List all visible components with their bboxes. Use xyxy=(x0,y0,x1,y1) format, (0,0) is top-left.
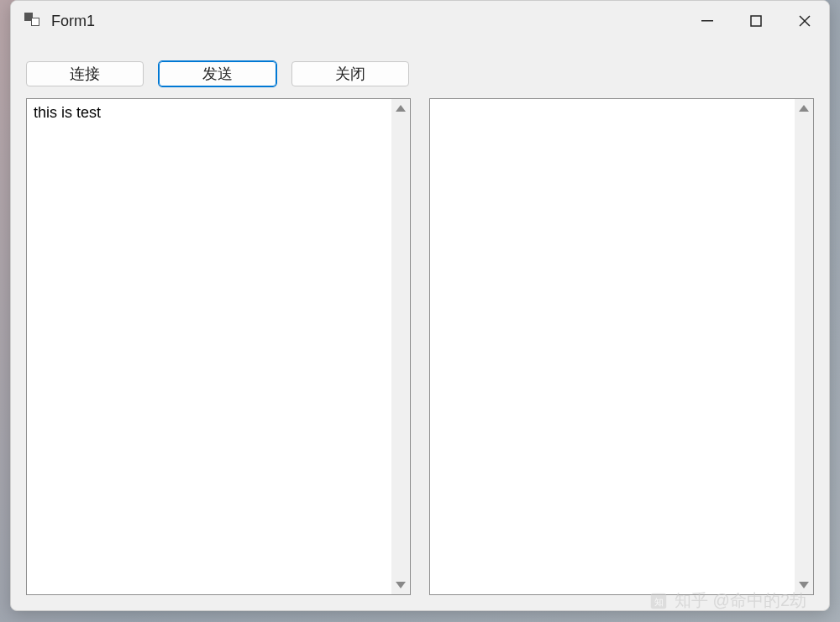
svg-rect-0 xyxy=(701,20,713,22)
scroll-down-icon[interactable] xyxy=(795,576,813,594)
close-button[interactable]: 关闭 xyxy=(291,61,409,86)
svg-marker-5 xyxy=(396,582,406,588)
close-window-button[interactable] xyxy=(780,1,829,41)
svg-marker-7 xyxy=(799,582,809,588)
svg-rect-1 xyxy=(751,16,761,26)
right-textbox-container xyxy=(429,98,814,595)
right-scrollbar[interactable] xyxy=(795,99,813,594)
scroll-down-icon[interactable] xyxy=(391,576,410,594)
connect-button[interactable]: 连接 xyxy=(26,61,144,86)
titlebar: Form1 xyxy=(11,1,829,41)
scroll-up-icon[interactable] xyxy=(391,99,410,118)
scroll-up-icon[interactable] xyxy=(795,99,813,118)
send-button[interactable]: 发送 xyxy=(159,61,276,86)
left-textbox-container xyxy=(26,98,411,595)
left-textbox[interactable] xyxy=(27,99,391,594)
svg-marker-6 xyxy=(799,105,809,112)
app-icon xyxy=(24,13,41,29)
svg-marker-4 xyxy=(396,105,406,112)
maximize-button[interactable] xyxy=(732,1,780,41)
left-scrollbar[interactable] xyxy=(391,99,410,594)
right-textbox[interactable] xyxy=(430,99,795,594)
window-title: Form1 xyxy=(51,13,95,30)
content-area xyxy=(11,98,829,610)
minimize-button[interactable] xyxy=(683,1,732,41)
toolbar: 连接 发送 关闭 xyxy=(11,41,829,98)
app-window: Form1 连接 发送 关闭 xyxy=(10,0,830,611)
window-controls xyxy=(683,1,829,41)
